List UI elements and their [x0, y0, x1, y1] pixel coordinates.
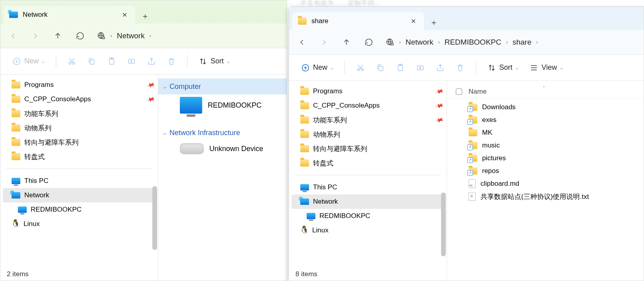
- nav-linux[interactable]: Linux: [289, 223, 447, 238]
- nav-label: 转盘式: [313, 159, 333, 168]
- group-label: Computer: [169, 83, 201, 91]
- nav-network-computer[interactable]: REDMIBOOKPC: [289, 209, 447, 223]
- breadcrumb-segment[interactable]: Network: [406, 38, 433, 47]
- close-tab-button[interactable]: ✕: [408, 15, 418, 28]
- delete-button[interactable]: [452, 60, 469, 75]
- chevron-right-icon[interactable]: ›: [438, 39, 440, 45]
- share-button[interactable]: [432, 60, 449, 75]
- nav-quick-item[interactable]: 动物系列: [0, 121, 158, 135]
- file-row[interactable]: Downloads: [447, 101, 644, 114]
- chevron-right-icon[interactable]: ›: [110, 33, 112, 39]
- nav-quick-item[interactable]: 功能车系列: [0, 106, 158, 121]
- cut-button[interactable]: [352, 60, 369, 75]
- nav-network[interactable]: Network: [3, 188, 156, 202]
- forward-button[interactable]: [30, 30, 41, 41]
- file-row[interactable]: 共享数据站点(三种协议)使用说明.txt: [447, 190, 644, 203]
- chevron-right-icon[interactable]: ›: [506, 39, 508, 45]
- text-file-icon: [469, 192, 476, 201]
- chevron-right-icon[interactable]: ›: [536, 39, 538, 45]
- nav-linux[interactable]: Linux: [0, 217, 158, 231]
- breadcrumb-segment[interactable]: share: [512, 38, 532, 47]
- nav-quick-item[interactable]: Programs📌: [289, 84, 447, 98]
- nav-label: 动物系列: [313, 130, 340, 139]
- new-tab-button[interactable]: ＋: [426, 15, 441, 30]
- pin-icon: 📌: [435, 116, 444, 124]
- file-row[interactable]: exes: [447, 114, 644, 126]
- file-name: 共享数据站点(三种协议)使用说明.txt: [481, 192, 589, 201]
- breadcrumb[interactable]: › Network ›: [97, 31, 151, 40]
- nav-quick-item[interactable]: 动物系列: [289, 127, 447, 141]
- share-button[interactable]: [143, 54, 160, 69]
- computer-item[interactable]: REDMIBOOKPC: [158, 94, 287, 116]
- nav-this-pc[interactable]: This PC: [0, 174, 158, 188]
- breadcrumb-segment[interactable]: Network: [117, 31, 145, 40]
- group-computer[interactable]: ⌵ Computer: [158, 79, 287, 94]
- device-item[interactable]: Unknown Device: [158, 141, 287, 157]
- sort-indicator-icon: ˄: [543, 86, 545, 91]
- nav-quick-item[interactable]: 转盘式: [0, 149, 158, 164]
- breadcrumb-segment[interactable]: REDMIBOOKPC: [445, 38, 502, 47]
- chevron-right-icon[interactable]: ›: [399, 39, 401, 45]
- file-row[interactable]: music: [447, 139, 644, 152]
- forward-button[interactable]: [319, 37, 330, 48]
- delete-button[interactable]: [163, 54, 180, 69]
- new-label: New: [313, 63, 327, 72]
- sort-button[interactable]: Sort ⌵: [195, 54, 234, 69]
- refresh-button[interactable]: [75, 30, 86, 41]
- breadcrumb[interactable]: › Network › REDMIBOOKPC › share ›: [386, 38, 538, 47]
- nav-label: 功能车系列: [24, 109, 58, 118]
- file-row[interactable]: clipboard.md: [447, 177, 644, 190]
- column-header[interactable]: Name ˄: [447, 85, 644, 98]
- up-button[interactable]: [341, 37, 352, 48]
- nav-network-computer[interactable]: REDMIBOOKPC: [0, 202, 158, 217]
- nav-quick-item[interactable]: 转盘式: [289, 156, 447, 170]
- file-row[interactable]: pictures: [447, 152, 644, 165]
- nav-quick-item[interactable]: 功能车系列📌: [289, 113, 447, 127]
- cut-button[interactable]: [63, 54, 80, 69]
- rename-button[interactable]: [123, 54, 140, 69]
- copy-button[interactable]: [372, 60, 389, 75]
- new-button[interactable]: New ⌵: [297, 60, 337, 75]
- nav-quick-item[interactable]: C_CPP_ConsoleApps📌: [0, 92, 158, 106]
- paste-button[interactable]: [392, 60, 409, 75]
- folder-shortcut-icon: [469, 167, 477, 175]
- paste-button[interactable]: [103, 54, 120, 69]
- sort-label: Sort: [211, 57, 224, 65]
- explorer-window-left: Network ✕ ＋ › Network › New ⌵: [0, 0, 287, 281]
- pin-icon: 📌: [146, 95, 155, 104]
- up-button[interactable]: [52, 30, 63, 41]
- refresh-button[interactable]: [363, 37, 374, 48]
- group-infrastructure[interactable]: ⌵ Network Infrastructure: [158, 125, 287, 141]
- content-pane: ⌵ Computer REDMIBOOKPC ⌵ Network Infrast…: [158, 75, 287, 281]
- tab-network[interactable]: Network ✕: [4, 6, 135, 24]
- nav-quick-item[interactable]: 转向与避障车系列: [289, 141, 447, 156]
- nav-quick-item[interactable]: C_CPP_ConsoleApps📌: [289, 98, 447, 113]
- file-row[interactable]: MK: [447, 126, 644, 139]
- back-button[interactable]: [8, 30, 19, 41]
- sort-button[interactable]: Sort ⌵: [483, 60, 522, 75]
- nav-label: Linux: [312, 226, 329, 234]
- select-all-checkbox[interactable]: [456, 88, 462, 95]
- column-name[interactable]: Name: [469, 88, 486, 96]
- file-row[interactable]: repos: [447, 165, 644, 177]
- nav-quick-item[interactable]: 转向与避障车系列: [0, 135, 158, 149]
- scrollbar[interactable]: [441, 193, 446, 256]
- nav-network[interactable]: Network: [291, 195, 444, 209]
- copy-button[interactable]: [83, 54, 100, 69]
- rename-button[interactable]: [412, 60, 429, 75]
- new-tab-button[interactable]: ＋: [138, 8, 153, 24]
- back-button[interactable]: [296, 37, 307, 48]
- nav-this-pc[interactable]: This PC: [289, 180, 447, 195]
- tab-bar: share ✕ ＋: [289, 7, 644, 30]
- scrollbar[interactable]: [152, 186, 157, 250]
- address-bar: › Network › REDMIBOOKPC › share ›: [289, 30, 644, 55]
- content-pane: Name ˄ Downloads exes MK music pictures …: [447, 81, 644, 281]
- tab-share[interactable]: share ✕: [292, 12, 424, 30]
- network-icon: [12, 192, 20, 198]
- chevron-right-icon[interactable]: ›: [150, 33, 151, 39]
- folder-shortcut-icon: [469, 142, 477, 149]
- new-button[interactable]: New ⌵: [8, 54, 49, 69]
- nav-quick-item[interactable]: Programs📌: [0, 78, 158, 92]
- close-tab-button[interactable]: ✕: [120, 9, 130, 21]
- view-button[interactable]: View ⌵: [526, 60, 567, 75]
